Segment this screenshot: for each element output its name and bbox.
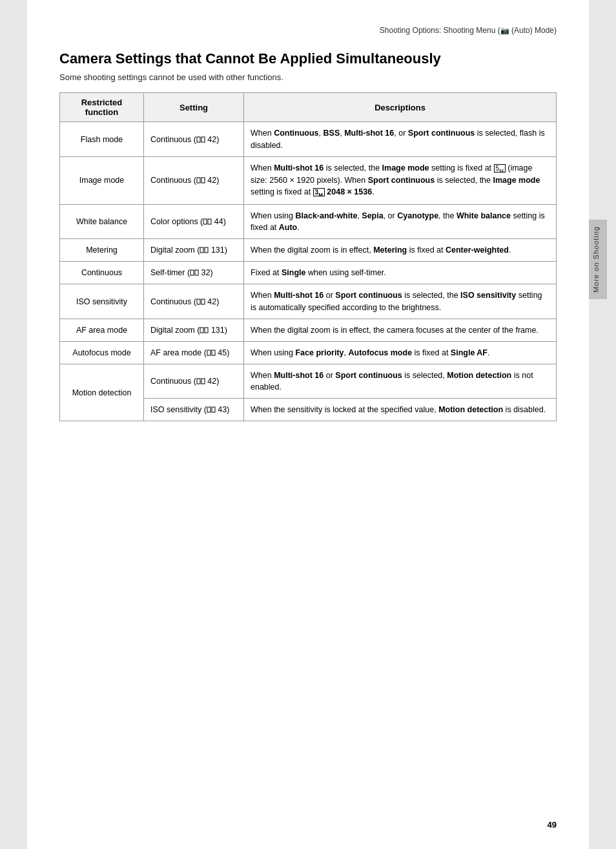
restricted-image-mode: Image mode <box>60 156 144 204</box>
desc-white-balance: When using Black-and-white, Sepia, or Cy… <box>244 204 557 238</box>
svg-rect-12 <box>200 328 203 333</box>
desc-iso: When Multi-shot 16 or Sport continuous i… <box>244 284 557 319</box>
setting-motion-1: Continuous ( 42) <box>144 364 244 398</box>
svg-rect-5 <box>208 219 211 224</box>
svg-rect-10 <box>197 299 200 304</box>
setting-continuous: Self-timer ( 32) <box>144 262 244 284</box>
svg-rect-14 <box>207 350 210 355</box>
desc-motion-2: When the sensitivity is locked at the sp… <box>244 399 557 421</box>
restricted-continuous: Continuous <box>60 262 144 284</box>
restricted-flash-mode: Flash mode <box>60 122 144 156</box>
table-row: Flash mode Continuous ( 42) When Continu… <box>60 122 557 156</box>
page-subtitle: Some shooting settings cannot be used wi… <box>59 72 557 82</box>
svg-rect-0 <box>197 137 200 142</box>
desc-autofocus: When using Face priority, Autofocus mode… <box>244 341 557 364</box>
restricted-white-balance: White balance <box>60 204 144 238</box>
table-row: Continuous Self-timer ( 32) Fixed at Sin… <box>60 262 557 284</box>
header-camera-icon: 📷 <box>500 26 509 34</box>
setting-iso: Continuous ( 42) <box>144 284 244 319</box>
table-row: Motion detection Continuous ( 42) When M… <box>60 364 557 398</box>
page: Shooting Options: Shooting Menu (📷 (Auto… <box>27 0 589 849</box>
setting-image-mode: Continuous ( 42) <box>144 156 244 204</box>
header-text2: (Auto) Mode) <box>509 26 557 35</box>
svg-rect-17 <box>201 379 205 384</box>
table-row: Autofocus mode AF area mode ( 45) When u… <box>60 341 557 364</box>
svg-rect-9 <box>195 270 198 275</box>
svg-rect-19 <box>212 407 215 412</box>
svg-rect-15 <box>212 350 215 355</box>
col-header-restricted: Restrictedfunction <box>60 93 144 122</box>
svg-rect-6 <box>200 247 203 253</box>
header-text: Shooting Options: Shooting Menu ( <box>380 26 500 35</box>
desc-continuous: Fixed at Single when using self-timer. <box>244 262 557 284</box>
svg-rect-18 <box>207 407 210 412</box>
table-row: AF area mode Digital zoom ( 131) When th… <box>60 319 557 341</box>
restricted-af-area: AF area mode <box>60 319 144 341</box>
page-title: Camera Settings that Cannot Be Applied S… <box>59 50 557 67</box>
col-header-descriptions: Descriptions <box>244 93 557 122</box>
page-number: 49 <box>548 820 557 830</box>
table-row: White balance Color options ( 44) When u… <box>60 204 557 238</box>
svg-rect-2 <box>197 178 200 183</box>
svg-rect-11 <box>201 299 205 304</box>
setting-flash-mode: Continuous ( 42) <box>144 122 244 156</box>
restricted-autofocus: Autofocus mode <box>60 341 144 364</box>
settings-table: Restrictedfunction Setting Descriptions … <box>59 92 557 421</box>
svg-rect-3 <box>201 178 205 183</box>
restricted-metering: Metering <box>60 239 144 262</box>
setting-motion-2: ISO sensitivity ( 43) <box>144 399 244 421</box>
desc-metering: When the digital zoom is in effect, Mete… <box>244 239 557 262</box>
table-row: Metering Digital zoom ( 131) When the di… <box>60 239 557 262</box>
col-header-setting: Setting <box>144 93 244 122</box>
svg-rect-16 <box>197 379 200 384</box>
desc-image-mode: When Multi-shot 16 is selected, the Imag… <box>244 156 557 204</box>
desc-af-area: When the digital zoom is in effect, the … <box>244 319 557 341</box>
svg-rect-7 <box>205 247 208 253</box>
setting-white-balance: Color options ( 44) <box>144 204 244 238</box>
restricted-motion: Motion detection <box>60 364 144 421</box>
page-header: Shooting Options: Shooting Menu (📷 (Auto… <box>59 26 557 39</box>
table-row: ISO sensitivity Continuous ( 42) When Mu… <box>60 284 557 319</box>
svg-rect-8 <box>190 270 194 275</box>
desc-motion-1: When Multi-shot 16 or Sport continuous i… <box>244 364 557 398</box>
svg-rect-4 <box>203 219 207 224</box>
restricted-iso: ISO sensitivity <box>60 284 144 319</box>
svg-rect-13 <box>205 328 208 333</box>
table-header-row: Restrictedfunction Setting Descriptions <box>60 93 557 122</box>
setting-autofocus: AF area mode ( 45) <box>144 341 244 364</box>
svg-rect-1 <box>201 137 205 142</box>
setting-metering: Digital zoom ( 131) <box>144 239 244 262</box>
setting-af-area: Digital zoom ( 131) <box>144 319 244 341</box>
table-row: Image mode Continuous ( 42) When Multi-s… <box>60 156 557 204</box>
desc-flash-mode: When Continuous, BSS, Multi-shot 16, or … <box>244 122 557 156</box>
sidebar-tab: More on Shooting <box>589 220 607 299</box>
